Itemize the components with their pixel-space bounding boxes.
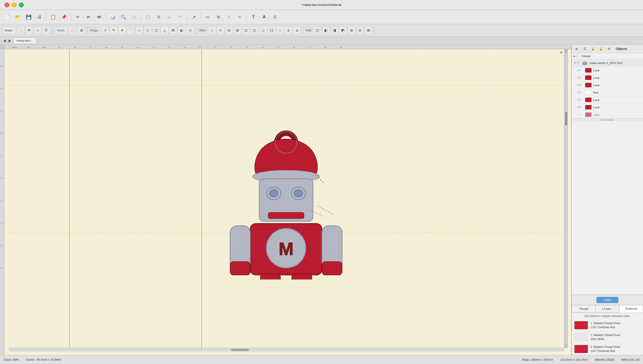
transform-button[interactable]: ✛ <box>73 12 83 22</box>
path-select-button[interactable]: ⌓ <box>164 12 174 22</box>
draw-group: Image... ↗ ✎ ✦ ⌒ ○ ⬡ ◫ △ ⌘ ◐ ⌸ <box>89 26 195 34</box>
object-row-2-6[interactable]: 2:6 Lace <box>572 104 643 111</box>
stitch-path-button[interactable]: ⟩ <box>224 12 234 22</box>
vector-button[interactable]: Vector... <box>55 26 68 34</box>
draw-circle-btn[interactable]: ○ <box>135 26 143 34</box>
text-button[interactable]: T <box>248 12 258 22</box>
stitch-br-btn[interactable]: ⟦⟧ <box>267 26 275 34</box>
draw-arrow-btn[interactable]: ↗ <box>101 26 109 34</box>
draw-pen2-btn[interactable]: ✦ <box>118 26 126 34</box>
stitch-h-btn[interactable]: ≡ <box>216 26 224 34</box>
draw-half-btn[interactable]: ◐ <box>178 26 186 34</box>
pointer-button[interactable]: ↗ <box>189 12 199 22</box>
canvas-area[interactable]: -12cm -11 -10 -9 -8 -7 -6 -5 -4 -3 -2 -1… <box>0 45 571 355</box>
open-button[interactable]: 📂 <box>13 12 23 22</box>
color-tab-thread[interactable]: Thread <box>572 305 595 312</box>
path-sub-btn[interactable]: ⊟ <box>356 26 364 34</box>
scroll-thumb[interactable] <box>601 120 614 120</box>
svg-text:-5: -5 <box>1 88 3 90</box>
path-right-btn[interactable]: ◨ <box>331 26 339 34</box>
save-button[interactable]: 💾 <box>24 12 34 22</box>
zoom-thumb[interactable] <box>565 112 567 125</box>
eraser-button[interactable]: ◌ <box>129 12 139 22</box>
image-time-btn[interactable]: ⏱ <box>42 26 50 34</box>
scrollbar-horizontal[interactable] <box>9 348 564 352</box>
object-row-1[interactable]: ▶ 1 Design <box>572 53 643 59</box>
file-tab[interactable]: makey-lace-... <box>14 38 36 44</box>
stitch-select-button[interactable]: ⊟ <box>154 12 164 22</box>
search-button[interactable]: 🔍 <box>119 12 128 22</box>
stitch-lines-btn[interactable]: ≣ <box>284 26 292 34</box>
chart-button[interactable]: 📊 <box>108 12 118 22</box>
embroidery-canvas[interactable]: ✛ <box>5 49 568 352</box>
stitch-dot-btn[interactable]: ⊡ <box>242 26 250 34</box>
panel-lock2-button[interactable]: 🔓 <box>598 46 604 52</box>
stitch-grid-btn[interactable]: ⊟ <box>225 26 233 34</box>
draw-hex-btn[interactable]: ⬡ <box>144 26 152 34</box>
print-button[interactable]: 🖨 <box>35 12 44 22</box>
color-item-1[interactable]: 1: Madeira Thread Chest 1147 Christmas R… <box>572 320 643 331</box>
image-button[interactable]: Image... <box>3 26 16 34</box>
image-add-btn[interactable]: ⊕ <box>34 26 42 34</box>
text2-button[interactable]: A <box>259 12 269 22</box>
panel-layers-button[interactable]: ☰ <box>582 46 588 52</box>
3d-button[interactable]: 3D <box>94 12 104 22</box>
zoom-out-button[interactable]: − <box>564 344 568 348</box>
path-bottom-btn[interactable]: ◩ <box>339 26 347 34</box>
stitch-sq-btn[interactable]: □ <box>208 26 216 34</box>
path-add-btn[interactable]: ⊞ <box>348 26 356 34</box>
vector-frame-btn[interactable]: ⬚ <box>69 26 77 34</box>
draw-tri-btn[interactable]: △ <box>161 26 169 34</box>
draw-bracket-btn[interactable]: ⌸ <box>186 26 194 34</box>
color-item-2[interactable]: 2: Madeira Thread Chest 1001 White <box>572 331 643 343</box>
object-row-more[interactable]: 2:7 Lace <box>572 111 643 118</box>
tab-prev-button[interactable]: ◀ <box>2 38 7 43</box>
close-button[interactable] <box>5 2 10 8</box>
copy-button[interactable]: 📋 <box>48 12 58 22</box>
panel-settings-button[interactable]: ⚙ <box>606 46 612 52</box>
stitch-frame-button[interactable]: ⊂ <box>235 12 245 22</box>
color-button[interactable]: Color <box>596 297 618 303</box>
object-row-2-1[interactable]: 2:1 Lace <box>572 67 643 74</box>
obj-swatch-2-3 <box>585 83 591 87</box>
object-row-2[interactable]: ▼ 2 🤖 make-vector-2_GFX.SVG <box>572 59 643 67</box>
draw-arc-btn[interactable]: ⌒ <box>127 26 135 34</box>
path-xor-btn[interactable]: ⊠ <box>365 26 373 34</box>
frame2-button[interactable]: ⊞ <box>213 12 223 22</box>
object-row-2-2[interactable]: 2:2 Lace <box>572 74 643 82</box>
vector-layers-btn[interactable]: ⊞ <box>77 26 85 34</box>
svg-text:-3: -3 <box>152 46 154 48</box>
paste-button[interactable]: 📌 <box>59 12 69 22</box>
stitch-pat-btn[interactable]: ◫ <box>250 26 258 34</box>
select-button[interactable]: ⬚ <box>143 12 153 22</box>
scrollbar-h-thumb[interactable] <box>231 349 249 351</box>
draw-node-btn[interactable]: ⌘ <box>169 26 177 34</box>
minimize-button[interactable] <box>12 2 17 8</box>
frame-button[interactable]: ▭ <box>203 12 212 22</box>
path-left-btn[interactable]: ◧ <box>322 26 330 34</box>
stitch-cross-btn[interactable]: ⊞ <box>233 26 241 34</box>
color-tab-1color[interactable]: 1 Color... <box>595 305 619 312</box>
stitch-hex-btn[interactable]: ⬡ <box>259 26 267 34</box>
stitch-mesh-btn[interactable]: ⧈ <box>293 26 301 34</box>
draw-pen-btn[interactable]: ✎ <box>110 26 118 34</box>
object-row-2-5[interactable]: 2:5 Lace <box>572 96 643 104</box>
tab-next-button[interactable]: ▶ <box>7 38 13 43</box>
object-row-2-4[interactable]: 2:4 Run <box>572 89 643 96</box>
new-button[interactable]: 📄 <box>2 12 12 22</box>
panel-lock-button[interactable]: 🔒 <box>590 46 596 52</box>
stamp-button[interactable]: ⊡ <box>270 12 280 22</box>
mirror-button[interactable]: ⇌ <box>83 12 93 22</box>
maximize-button[interactable] <box>19 2 24 8</box>
color-item-3[interactable]: 3: Madeira Thread Chest 1147 Christmas R… <box>572 343 643 355</box>
object-row-2-3[interactable]: 2:3 Lace <box>572 82 643 89</box>
image-eye-btn[interactable]: 👁 <box>25 26 33 34</box>
zoom-in-button[interactable]: + <box>564 49 568 53</box>
image-grid-btn[interactable]: ⬚ <box>17 26 25 34</box>
path-sq-btn[interactable]: ◫ <box>313 26 322 34</box>
color-tab-preferred[interactable]: Preferred <box>619 305 643 312</box>
panel-grid-button[interactable]: ⊞ <box>573 46 580 52</box>
stitch-sq2-btn[interactable]: □ <box>276 26 284 34</box>
path-select2-button[interactable]: ⌔ <box>175 12 185 22</box>
draw-rect-btn[interactable]: ◫ <box>152 26 160 34</box>
